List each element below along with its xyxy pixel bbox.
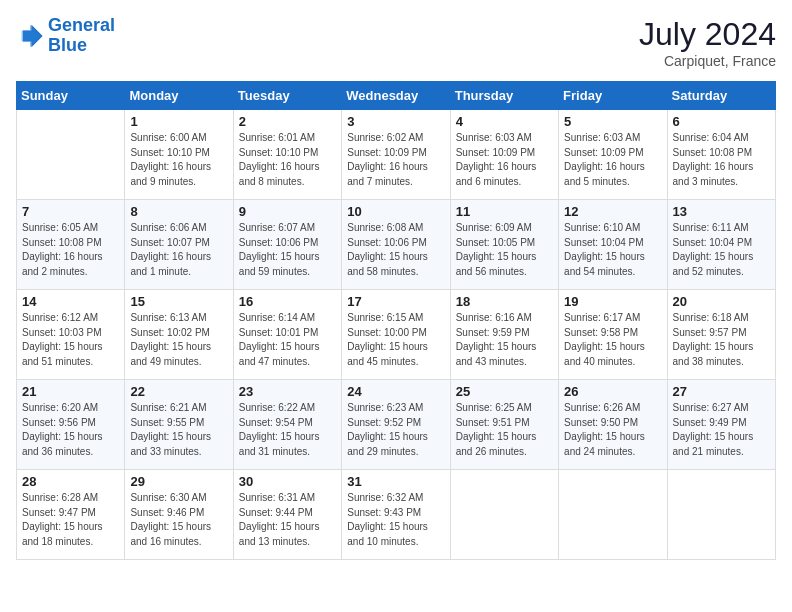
day-cell-10: 10Sunrise: 6:08 AMSunset: 10:06 PMDaylig… xyxy=(342,200,450,290)
day-info: Sunrise: 6:25 AMSunset: 9:51 PMDaylight:… xyxy=(456,401,553,459)
day-cell-17: 17Sunrise: 6:15 AMSunset: 10:00 PMDaylig… xyxy=(342,290,450,380)
day-number: 23 xyxy=(239,384,336,399)
col-header-friday: Friday xyxy=(559,82,667,110)
day-info: Sunrise: 6:21 AMSunset: 9:55 PMDaylight:… xyxy=(130,401,227,459)
day-info: Sunrise: 6:10 AMSunset: 10:04 PMDaylight… xyxy=(564,221,661,279)
day-cell-5: 5Sunrise: 6:03 AMSunset: 10:09 PMDayligh… xyxy=(559,110,667,200)
day-number: 9 xyxy=(239,204,336,219)
day-info: Sunrise: 6:15 AMSunset: 10:00 PMDaylight… xyxy=(347,311,444,369)
day-number: 11 xyxy=(456,204,553,219)
col-header-saturday: Saturday xyxy=(667,82,775,110)
day-cell-11: 11Sunrise: 6:09 AMSunset: 10:05 PMDaylig… xyxy=(450,200,558,290)
day-cell-4: 4Sunrise: 6:03 AMSunset: 10:09 PMDayligh… xyxy=(450,110,558,200)
day-cell-30: 30Sunrise: 6:31 AMSunset: 9:44 PMDayligh… xyxy=(233,470,341,560)
day-info: Sunrise: 6:05 AMSunset: 10:08 PMDaylight… xyxy=(22,221,119,279)
day-cell-28: 28Sunrise: 6:28 AMSunset: 9:47 PMDayligh… xyxy=(17,470,125,560)
day-info: Sunrise: 6:14 AMSunset: 10:01 PMDaylight… xyxy=(239,311,336,369)
day-number: 7 xyxy=(22,204,119,219)
day-cell-1: 1Sunrise: 6:00 AMSunset: 10:10 PMDayligh… xyxy=(125,110,233,200)
week-row-2: 7Sunrise: 6:05 AMSunset: 10:08 PMDayligh… xyxy=(17,200,776,290)
day-info: Sunrise: 6:04 AMSunset: 10:08 PMDaylight… xyxy=(673,131,770,189)
calendar-table: SundayMondayTuesdayWednesdayThursdayFrid… xyxy=(16,81,776,560)
day-number: 21 xyxy=(22,384,119,399)
day-cell-2: 2Sunrise: 6:01 AMSunset: 10:10 PMDayligh… xyxy=(233,110,341,200)
day-info: Sunrise: 6:32 AMSunset: 9:43 PMDaylight:… xyxy=(347,491,444,549)
page-header: GeneralBlue July 2024 Carpiquet, France xyxy=(16,16,776,69)
day-info: Sunrise: 6:01 AMSunset: 10:10 PMDaylight… xyxy=(239,131,336,189)
day-number: 15 xyxy=(130,294,227,309)
day-info: Sunrise: 6:02 AMSunset: 10:09 PMDaylight… xyxy=(347,131,444,189)
day-cell-23: 23Sunrise: 6:22 AMSunset: 9:54 PMDayligh… xyxy=(233,380,341,470)
day-info: Sunrise: 6:23 AMSunset: 9:52 PMDaylight:… xyxy=(347,401,444,459)
day-number: 1 xyxy=(130,114,227,129)
day-number: 30 xyxy=(239,474,336,489)
day-cell-15: 15Sunrise: 6:13 AMSunset: 10:02 PMDaylig… xyxy=(125,290,233,380)
day-info: Sunrise: 6:12 AMSunset: 10:03 PMDaylight… xyxy=(22,311,119,369)
day-number: 8 xyxy=(130,204,227,219)
day-cell-29: 29Sunrise: 6:30 AMSunset: 9:46 PMDayligh… xyxy=(125,470,233,560)
day-number: 22 xyxy=(130,384,227,399)
day-cell-12: 12Sunrise: 6:10 AMSunset: 10:04 PMDaylig… xyxy=(559,200,667,290)
day-info: Sunrise: 6:06 AMSunset: 10:07 PMDaylight… xyxy=(130,221,227,279)
day-number: 19 xyxy=(564,294,661,309)
day-cell-14: 14Sunrise: 6:12 AMSunset: 10:03 PMDaylig… xyxy=(17,290,125,380)
day-number: 3 xyxy=(347,114,444,129)
day-cell-24: 24Sunrise: 6:23 AMSunset: 9:52 PMDayligh… xyxy=(342,380,450,470)
day-cell-25: 25Sunrise: 6:25 AMSunset: 9:51 PMDayligh… xyxy=(450,380,558,470)
svg-marker-1 xyxy=(22,25,42,47)
logo-icon xyxy=(16,22,44,50)
title-section: July 2024 Carpiquet, France xyxy=(639,16,776,69)
empty-cell xyxy=(667,470,775,560)
day-cell-20: 20Sunrise: 6:18 AMSunset: 9:57 PMDayligh… xyxy=(667,290,775,380)
day-number: 28 xyxy=(22,474,119,489)
day-info: Sunrise: 6:20 AMSunset: 9:56 PMDaylight:… xyxy=(22,401,119,459)
day-number: 14 xyxy=(22,294,119,309)
col-header-wednesday: Wednesday xyxy=(342,82,450,110)
day-info: Sunrise: 6:18 AMSunset: 9:57 PMDaylight:… xyxy=(673,311,770,369)
logo: GeneralBlue xyxy=(16,16,115,56)
day-cell-18: 18Sunrise: 6:16 AMSunset: 9:59 PMDayligh… xyxy=(450,290,558,380)
day-number: 20 xyxy=(673,294,770,309)
col-header-thursday: Thursday xyxy=(450,82,558,110)
day-number: 17 xyxy=(347,294,444,309)
day-info: Sunrise: 6:03 AMSunset: 10:09 PMDaylight… xyxy=(564,131,661,189)
day-cell-3: 3Sunrise: 6:02 AMSunset: 10:09 PMDayligh… xyxy=(342,110,450,200)
empty-cell xyxy=(17,110,125,200)
location: Carpiquet, France xyxy=(639,53,776,69)
day-cell-27: 27Sunrise: 6:27 AMSunset: 9:49 PMDayligh… xyxy=(667,380,775,470)
day-number: 29 xyxy=(130,474,227,489)
day-cell-26: 26Sunrise: 6:26 AMSunset: 9:50 PMDayligh… xyxy=(559,380,667,470)
day-cell-22: 22Sunrise: 6:21 AMSunset: 9:55 PMDayligh… xyxy=(125,380,233,470)
logo-text: GeneralBlue xyxy=(48,16,115,56)
day-number: 10 xyxy=(347,204,444,219)
col-header-sunday: Sunday xyxy=(17,82,125,110)
day-number: 6 xyxy=(673,114,770,129)
day-info: Sunrise: 6:00 AMSunset: 10:10 PMDaylight… xyxy=(130,131,227,189)
day-number: 18 xyxy=(456,294,553,309)
day-number: 31 xyxy=(347,474,444,489)
header-row: SundayMondayTuesdayWednesdayThursdayFrid… xyxy=(17,82,776,110)
day-info: Sunrise: 6:07 AMSunset: 10:06 PMDaylight… xyxy=(239,221,336,279)
day-info: Sunrise: 6:31 AMSunset: 9:44 PMDaylight:… xyxy=(239,491,336,549)
day-cell-21: 21Sunrise: 6:20 AMSunset: 9:56 PMDayligh… xyxy=(17,380,125,470)
day-info: Sunrise: 6:13 AMSunset: 10:02 PMDaylight… xyxy=(130,311,227,369)
day-info: Sunrise: 6:16 AMSunset: 9:59 PMDaylight:… xyxy=(456,311,553,369)
week-row-3: 14Sunrise: 6:12 AMSunset: 10:03 PMDaylig… xyxy=(17,290,776,380)
day-number: 16 xyxy=(239,294,336,309)
day-number: 25 xyxy=(456,384,553,399)
day-number: 5 xyxy=(564,114,661,129)
day-info: Sunrise: 6:28 AMSunset: 9:47 PMDaylight:… xyxy=(22,491,119,549)
day-number: 13 xyxy=(673,204,770,219)
day-number: 24 xyxy=(347,384,444,399)
day-info: Sunrise: 6:17 AMSunset: 9:58 PMDaylight:… xyxy=(564,311,661,369)
month-year: July 2024 xyxy=(639,16,776,53)
col-header-tuesday: Tuesday xyxy=(233,82,341,110)
col-header-monday: Monday xyxy=(125,82,233,110)
day-number: 27 xyxy=(673,384,770,399)
day-number: 26 xyxy=(564,384,661,399)
day-info: Sunrise: 6:22 AMSunset: 9:54 PMDaylight:… xyxy=(239,401,336,459)
empty-cell xyxy=(450,470,558,560)
week-row-1: 1Sunrise: 6:00 AMSunset: 10:10 PMDayligh… xyxy=(17,110,776,200)
day-info: Sunrise: 6:03 AMSunset: 10:09 PMDaylight… xyxy=(456,131,553,189)
day-cell-19: 19Sunrise: 6:17 AMSunset: 9:58 PMDayligh… xyxy=(559,290,667,380)
